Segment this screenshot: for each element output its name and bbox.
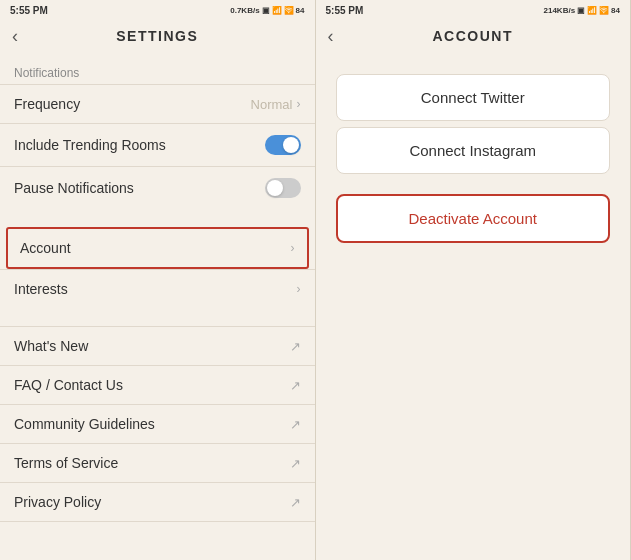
faq-item[interactable]: FAQ / Contact Us ↗: [0, 365, 315, 404]
external-icon-faq: ↗: [290, 378, 301, 393]
whats-new-label: What's New: [14, 338, 88, 354]
pause-notifications-toggle[interactable]: [265, 178, 301, 198]
settings-screen: 5:55 PM 0.7KB/s ▣ 📶 🛜 84 ‹ SETTINGS Noti…: [0, 0, 316, 560]
time-right: 5:55 PM: [326, 5, 364, 16]
status-bar-right: 5:55 PM 214KB/s ▣ 📶 🛜 84: [316, 0, 631, 20]
connect-instagram-button[interactable]: Connect Instagram: [336, 127, 611, 174]
settings-content: Notifications Frequency Normal › Include…: [0, 52, 315, 560]
community-label: Community Guidelines: [14, 416, 155, 432]
deactivate-account-button[interactable]: Deactivate Account: [336, 194, 611, 243]
account-label: Account: [20, 240, 71, 256]
privacy-label: Privacy Policy: [14, 494, 101, 510]
account-screen: 5:55 PM 214KB/s ▣ 📶 🛜 84 ‹ ACCOUNT Conne…: [316, 0, 632, 560]
tos-item[interactable]: Terms of Service ↗: [0, 443, 315, 482]
time-left: 5:55 PM: [10, 5, 48, 16]
trending-rooms-label: Include Trending Rooms: [14, 137, 166, 153]
frequency-right: Normal ›: [251, 97, 301, 112]
faq-label: FAQ / Contact Us: [14, 377, 123, 393]
interests-chevron: ›: [297, 282, 301, 296]
pause-notifications-label: Pause Notifications: [14, 180, 134, 196]
external-icon-privacy: ↗: [290, 495, 301, 510]
chevron-icon: ›: [297, 97, 301, 111]
status-bar-left: 5:55 PM 0.7KB/s ▣ 📶 🛜 84: [0, 0, 315, 20]
external-icon-tos: ↗: [290, 456, 301, 471]
connect-twitter-label: Connect Twitter: [421, 89, 525, 106]
frequency-value: Normal: [251, 97, 293, 112]
divider2: [0, 308, 315, 326]
divider: [0, 209, 315, 227]
frequency-label: Frequency: [14, 96, 80, 112]
pause-notifications-item[interactable]: Pause Notifications: [0, 166, 315, 209]
account-item[interactable]: Account ›: [6, 227, 309, 269]
status-icons-left: 0.7KB/s ▣ 📶 🛜 84: [230, 6, 304, 15]
toggle-knob: [283, 137, 299, 153]
account-chevron: ›: [291, 241, 295, 255]
back-button[interactable]: ‹: [12, 26, 18, 47]
connect-twitter-button[interactable]: Connect Twitter: [336, 74, 611, 121]
notifications-section-label: Notifications: [0, 60, 315, 84]
external-icon-community: ↗: [290, 417, 301, 432]
connect-instagram-label: Connect Instagram: [409, 142, 536, 159]
trending-rooms-item[interactable]: Include Trending Rooms: [0, 123, 315, 166]
account-content: Connect Twitter Connect Instagram Deacti…: [316, 52, 631, 265]
account-title: ACCOUNT: [433, 28, 514, 44]
trending-rooms-toggle[interactable]: [265, 135, 301, 155]
toggle-knob-pause: [267, 180, 283, 196]
privacy-item[interactable]: Privacy Policy ↗: [0, 482, 315, 522]
tos-label: Terms of Service: [14, 455, 118, 471]
interests-label: Interests: [14, 281, 68, 297]
settings-header: ‹ SETTINGS: [0, 20, 315, 52]
settings-title: SETTINGS: [116, 28, 198, 44]
community-item[interactable]: Community Guidelines ↗: [0, 404, 315, 443]
whats-new-item[interactable]: What's New ↗: [0, 326, 315, 365]
interests-item[interactable]: Interests ›: [0, 269, 315, 308]
account-back-button[interactable]: ‹: [328, 26, 334, 47]
status-icons-right: 214KB/s ▣ 📶 🛜 84: [544, 6, 620, 15]
account-header: ‹ ACCOUNT: [316, 20, 631, 52]
frequency-item[interactable]: Frequency Normal ›: [0, 84, 315, 123]
external-icon: ↗: [290, 339, 301, 354]
deactivate-account-label: Deactivate Account: [409, 210, 537, 227]
